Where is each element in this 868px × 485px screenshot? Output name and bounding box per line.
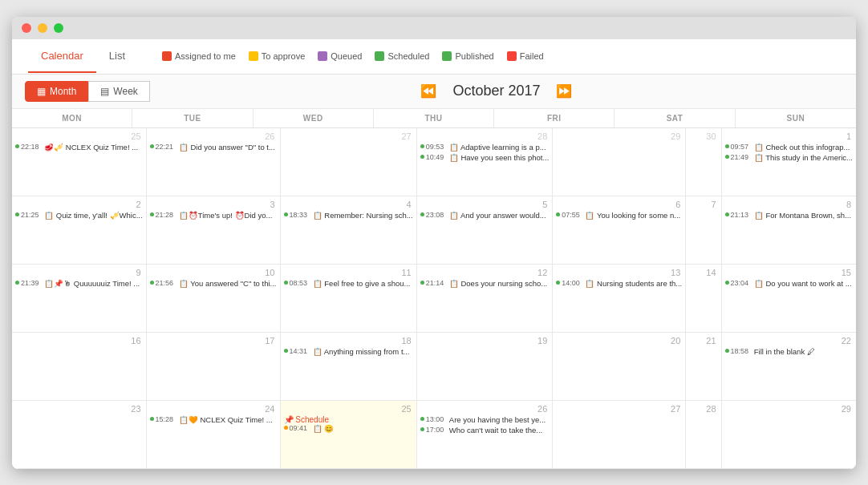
event[interactable]: 13:00 Are you having the best ye... [420,415,550,425]
legend-approve: To approve [249,51,305,61]
event-text: 📋 Do you want to work at ... [754,279,852,289]
event-dot [284,281,288,285]
day-cell[interactable]: 25📌 Schedule09:41 📋 😊 [281,401,417,469]
day-cell[interactable]: 2622:21 📋 Did you answer "D" to t... [147,128,281,196]
day-cell[interactable]: 921:39 📋📌🖱 Quuuuuuiz Time! ... [12,265,147,333]
event[interactable]: 08:53 📋 Feel free to give a shou... [284,279,413,289]
event[interactable]: 14:31 📋 Anything missing from t... [284,347,413,357]
minimize-button[interactable] [38,23,47,33]
legend-dot-failed [507,51,517,61]
calendar: MON TUE WED THU FRI SAT SUN 2522:18 🥩🎺 N… [12,109,856,469]
day-cell[interactable]: 27 [553,401,686,469]
legend-label-failed: Failed [520,51,544,61]
day-cell[interactable]: 2415:28 📋🧡 NCLEX Quiz Time! ... [147,401,281,469]
event-time: 22:18 [21,143,39,152]
day-number: 30 [689,131,717,141]
event[interactable]: 22:21 📋 Did you answer "D" to t... [150,143,277,152]
legend-dot-assigned [162,51,172,61]
day-cell[interactable]: 2809:53 📋 Adaptive learning is a p...10:… [417,128,554,196]
day-number: 8 [725,200,853,209]
event-text: 📋📌🖱 Quuuuuuiz Time! ... [44,279,140,289]
event-dot [15,281,19,285]
event-dot [284,212,288,216]
day-cell[interactable]: 1314:00 📋 Nursing students are th... [553,265,686,333]
day-cell[interactable]: 17 [147,333,281,401]
event[interactable]: 09:41 📋 😊 [284,424,413,434]
prev-month-button[interactable]: ⏪ [420,83,436,99]
day-cell[interactable]: 2218:58 Fill in the blank 🖊 [722,333,856,401]
month-navigation: ⏪ October 2017 ⏩ [150,83,843,99]
day-cell[interactable]: 30 [686,128,721,196]
day-cell[interactable]: 821:13 📋 For Montana Brown, sh... [722,196,856,265]
day-number: 24 [150,404,277,414]
event-dot [150,281,154,285]
event[interactable]: 09:57 📋 Check out this infograp... [725,143,853,152]
event[interactable]: 23:08 📋 And your answer would... [420,211,550,220]
event-time: 17:00 [426,426,444,435]
day-number: 16 [15,336,143,346]
day-cell[interactable]: 418:33 📋 Remember: Nursing sch... [281,196,417,265]
event-text: 📋 Have you seen this phot... [449,153,549,163]
day-cell[interactable]: 109:57 📋 Check out this infograp...21:49… [722,128,856,196]
day-cell[interactable]: 321:28 📋⏰Time's up! ⏰Did yo... [147,196,281,265]
legend-dot-scheduled [375,51,384,61]
day-number: 29 [725,404,853,414]
tab-calendar[interactable]: Calendar [28,40,96,73]
day-number: 14 [689,268,717,277]
close-button[interactable] [22,23,31,33]
event[interactable]: 21:39 📋📌🖱 Quuuuuuiz Time! ... [15,279,143,289]
next-month-button[interactable]: ⏩ [556,83,572,99]
event[interactable]: 15:28 📋🧡 NCLEX Quiz Time! ... [150,415,277,425]
day-cell[interactable]: 607:55 📋 You looking for some n... [553,196,686,265]
event[interactable]: 21:25 📋 Quiz time, y'all! 🎺Whic... [15,211,143,220]
event[interactable]: 21:14 📋 Does your nursing scho... [420,279,550,289]
event[interactable]: 14:00 📋 Nursing students are th... [556,279,682,289]
event[interactable]: 18:33 📋 Remember: Nursing sch... [284,211,413,220]
day-cell[interactable]: 1814:31 📋 Anything missing from t... [281,333,417,401]
day-number: 29 [556,131,682,141]
event[interactable]: 21:13 📋 For Montana Brown, sh... [725,211,853,220]
month-view-button[interactable]: ▦ Month [25,81,88,102]
tab-list[interactable]: List [96,40,138,73]
day-number: 5 [420,200,550,209]
event-text: 📋 Remember: Nursing sch... [313,211,413,220]
event[interactable]: 21:49 📋 This study in the Americ... [725,153,853,163]
day-cell[interactable]: 29 [553,128,686,196]
day-cell[interactable]: 23 [12,401,147,469]
day-cell[interactable]: 20 [553,333,686,401]
event[interactable]: 21:28 📋⏰Time's up! ⏰Did yo... [150,211,277,220]
event[interactable]: 21:56 📋 You answered "C" to thi... [150,279,277,289]
event-time: 18:58 [731,347,749,357]
day-cell[interactable]: 1108:53 📋 Feel free to give a shou... [281,265,417,333]
day-cell[interactable]: 2522:18 🥩🎺 NCLEX Quiz Time! ... [12,128,147,196]
day-cell[interactable]: 21 [686,333,721,401]
day-cell[interactable]: 16 [12,333,147,401]
day-number: 9 [15,268,143,277]
day-cell[interactable]: 29 [722,401,856,469]
day-cell[interactable]: 19 [417,333,554,401]
day-cell[interactable]: 28 [686,401,721,469]
event-dot [420,144,424,148]
day-cell[interactable]: 1523:04 📋 Do you want to work at ... [722,265,856,333]
maximize-button[interactable] [54,23,63,33]
header-fri: FRI [494,109,614,127]
event[interactable]: 18:58 Fill in the blank 🖊 [725,347,853,357]
day-cell[interactable]: 7 [686,196,721,265]
day-cell[interactable]: 14 [686,265,721,333]
day-cell[interactable]: 27 [281,128,417,196]
event[interactable]: 09:53 📋 Adaptive learning is a p... [420,143,550,152]
event[interactable]: 17:00 Who can't wait to take the... [420,426,550,435]
event[interactable]: 07:55 📋 You looking for some n... [556,211,682,220]
day-cell[interactable]: 1021:56 📋 You answered "C" to thi... [147,265,281,333]
event-time: 08:53 [290,279,308,289]
day-cell[interactable]: 523:08 📋 And your answer would... [417,196,554,265]
week-view-button[interactable]: ▤ Week [88,81,149,102]
event-text: 📋 Feel free to give a shou... [313,279,411,289]
day-cell[interactable]: 221:25 📋 Quiz time, y'all! 🎺Whic... [12,196,147,265]
event[interactable]: 23:04 📋 Do you want to work at ... [725,279,853,289]
event[interactable]: 22:18 🥩🎺 NCLEX Quiz Time! ... [15,143,143,152]
day-cell[interactable]: 1221:14 📋 Does your nursing scho... [417,265,554,333]
day-cell[interactable]: 2613:00 Are you having the best ye...17:… [417,401,554,469]
event-time: 10:49 [426,153,444,163]
event[interactable]: 10:49 📋 Have you seen this phot... [420,153,550,163]
